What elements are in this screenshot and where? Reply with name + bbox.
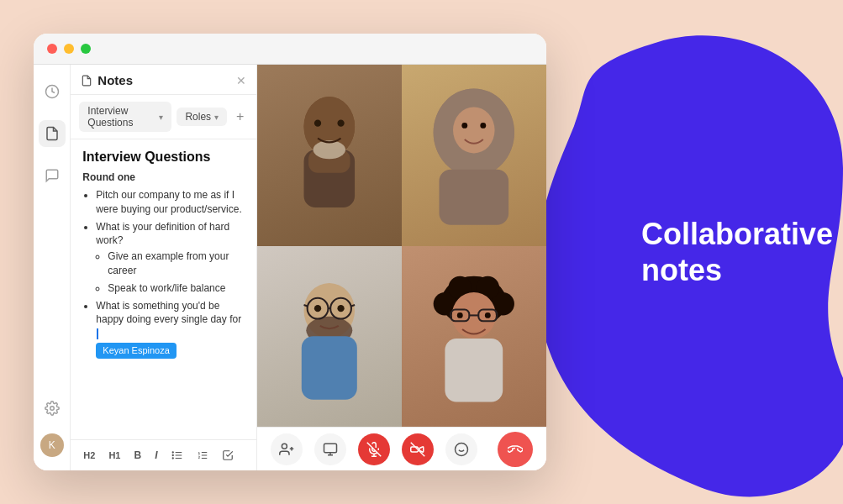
promo-line2: notes — [641, 253, 722, 287]
svg-point-31 — [314, 305, 321, 312]
svg-point-22 — [481, 123, 487, 129]
video-cell-3 — [257, 246, 402, 428]
svg-line-55 — [411, 442, 425, 456]
svg-line-29 — [304, 305, 308, 306]
svg-point-15 — [313, 140, 346, 159]
svg-point-21 — [462, 123, 468, 129]
title-bar — [34, 34, 546, 65]
video-grid — [257, 65, 546, 427]
heading1-button[interactable]: H1 — [104, 448, 124, 463]
screen-share-button[interactable] — [314, 433, 346, 465]
svg-point-56 — [456, 443, 468, 455]
tab-interview-questions[interactable]: Interview Questions ▾ — [79, 102, 171, 132]
svg-point-16 — [314, 119, 321, 126]
app-window: K Notes ✕ Interview Questions — [34, 34, 546, 470]
svg-point-32 — [338, 305, 345, 312]
typing-cursor — [97, 328, 98, 339]
promo-text: Collaborative notes — [641, 216, 793, 288]
svg-point-44 — [485, 312, 491, 318]
notes-toolbar: H2 H1 B I — [71, 439, 256, 470]
traffic-light-green[interactable] — [81, 44, 91, 54]
notes-list: Pitch our company to me as if I were buy… — [82, 188, 245, 359]
svg-rect-23 — [440, 169, 509, 224]
notes-document-icon — [81, 75, 92, 87]
list-item: Pitch our company to me as if I were buy… — [96, 188, 245, 217]
svg-point-5 — [172, 452, 173, 453]
svg-rect-33 — [302, 336, 357, 400]
heading2-button[interactable]: H2 — [79, 448, 99, 463]
tab-roles[interactable]: Roles ▾ — [177, 108, 227, 126]
notes-content: Interview Questions Round one Pitch our … — [71, 139, 256, 439]
sidebar: K — [34, 65, 71, 470]
stop-video-button[interactable] — [402, 433, 434, 465]
notes-title-text: Notes — [97, 73, 133, 87]
traffic-light-red[interactable] — [47, 44, 57, 54]
sub-list: Give an example from your career Speak t… — [96, 249, 245, 295]
notes-tabs: Interview Questions ▾ Roles ▾ + — [71, 95, 256, 139]
ordered-list-button[interactable] — [192, 447, 213, 464]
emoji-reaction-button[interactable] — [445, 433, 477, 465]
svg-point-17 — [338, 119, 345, 126]
sidebar-icon-clock[interactable] — [39, 78, 66, 105]
unordered-list-button[interactable] — [167, 447, 187, 464]
notes-header: Notes ✕ — [71, 65, 256, 95]
add-participant-button[interactable] — [271, 433, 303, 465]
end-call-button[interactable] — [498, 432, 533, 467]
video-controls — [257, 427, 546, 470]
video-cell-2 — [402, 65, 546, 246]
sidebar-icon-chat[interactable] — [39, 162, 66, 189]
list-item: What is something you'd be happy doing e… — [96, 299, 245, 360]
video-cell-4 — [402, 246, 546, 428]
round-label: Round one — [82, 171, 245, 183]
svg-point-6 — [172, 454, 173, 455]
list-item: Speak to work/life balance — [108, 281, 245, 296]
add-tab-button[interactable]: + — [232, 107, 248, 127]
chevron-down-icon: ▾ — [159, 113, 163, 122]
mute-microphone-button[interactable] — [358, 433, 390, 465]
mention-badge[interactable]: Keyan Espinoza — [96, 343, 177, 359]
notes-heading: Interview Questions — [82, 150, 245, 165]
sidebar-icon-document[interactable] — [39, 120, 66, 147]
svg-point-7 — [172, 458, 173, 459]
notes-panel: Notes ✕ Interview Questions ▾ Roles ▾ + — [71, 65, 257, 470]
chevron-down-icon-2: ▾ — [214, 113, 219, 122]
svg-rect-49 — [324, 444, 337, 453]
sidebar-icon-settings[interactable] — [39, 395, 66, 422]
checklist-button[interactable] — [218, 447, 238, 464]
notes-title: Notes — [81, 73, 133, 87]
svg-point-46 — [282, 444, 287, 449]
video-area — [257, 65, 546, 470]
list-item: What is your definition of hard work? Gi… — [96, 220, 245, 296]
promo-line1: Collaborative — [641, 217, 833, 251]
svg-line-30 — [351, 305, 355, 306]
list-item: Give an example from your career — [108, 249, 245, 278]
user-avatar[interactable]: K — [40, 433, 64, 457]
svg-point-43 — [457, 312, 463, 318]
svg-point-1 — [50, 407, 54, 411]
notes-close-button[interactable]: ✕ — [236, 74, 246, 87]
video-cell-1 — [257, 65, 402, 246]
traffic-light-yellow[interactable] — [64, 44, 74, 54]
svg-point-20 — [453, 107, 495, 153]
italic-button[interactable]: I — [150, 447, 161, 464]
svg-rect-45 — [445, 339, 503, 402]
bold-button[interactable]: B — [129, 447, 145, 464]
